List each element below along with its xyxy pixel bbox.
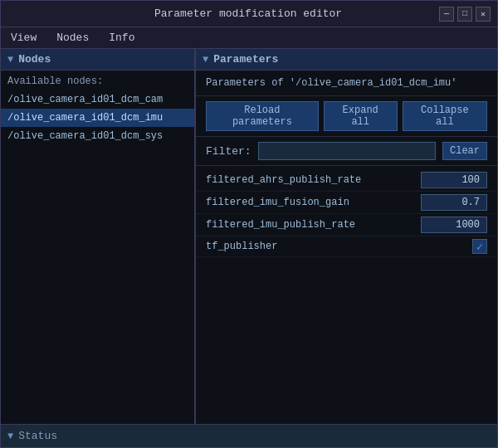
menu-info[interactable]: Info xyxy=(102,30,141,46)
param-value-fusion[interactable]: 0.7 xyxy=(421,194,487,211)
params-arrow-icon: ▼ xyxy=(203,54,208,66)
close-button[interactable]: ✕ xyxy=(476,7,491,22)
node-item-cam[interactable]: /olive_camera_id01_dcm_cam xyxy=(1,90,194,109)
nodes-arrow-icon: ▼ xyxy=(7,54,13,66)
maximize-button[interactable]: □ xyxy=(457,7,472,22)
main-content: ▼ Nodes Available nodes: /olive_camera_i… xyxy=(1,49,497,424)
param-checkbox-tf-publisher[interactable]: ✓ xyxy=(472,239,487,254)
table-row: filtered_ahrs_publish_rate 100 xyxy=(196,169,497,192)
nodes-panel-title: Nodes xyxy=(18,53,51,66)
filter-label: Filter: xyxy=(206,145,251,158)
right-panel: ▼ Parameters Parameters of '/olive_camer… xyxy=(196,49,497,424)
node-list: /olive_camera_id01_dcm_cam /olive_camera… xyxy=(1,90,194,424)
param-value-ahrs[interactable]: 100 xyxy=(421,172,487,188)
table-row: filtered_imu_fusion_gain 0.7 xyxy=(196,192,497,214)
title-bar: Parameter modification editor — □ ✕ xyxy=(1,1,497,27)
menu-nodes[interactable]: Nodes xyxy=(50,30,95,46)
expand-all-button[interactable]: Expand all xyxy=(324,101,398,131)
params-info-label: Parameters of '/olive_camera_id01_dcm_im… xyxy=(196,71,497,96)
clear-filter-button[interactable]: Clear xyxy=(442,142,487,160)
status-bar: ▼ Status xyxy=(1,424,497,447)
window-controls: — □ ✕ xyxy=(439,7,491,22)
left-panel: ▼ Nodes Available nodes: /olive_camera_i… xyxy=(1,49,196,424)
param-name-ahrs: filtered_ahrs_publish_rate xyxy=(206,174,421,186)
filter-row: Filter: Clear xyxy=(196,137,497,166)
params-actions: Reload parameters Expand all Collapse al… xyxy=(196,96,497,137)
params-panel-header: ▼ Parameters xyxy=(196,49,497,71)
collapse-all-button[interactable]: Collapse all xyxy=(403,101,487,131)
available-nodes-label: Available nodes: xyxy=(1,71,194,90)
reload-parameters-button[interactable]: Reload parameters xyxy=(206,101,319,131)
params-table: filtered_ahrs_publish_rate 100 filtered_… xyxy=(196,166,497,424)
nodes-panel-header: ▼ Nodes xyxy=(1,49,194,71)
minimize-button[interactable]: — xyxy=(439,7,454,22)
filter-input[interactable] xyxy=(258,142,436,160)
param-name-fusion: filtered_imu_fusion_gain xyxy=(206,197,421,208)
param-name-imu-publish: filtered_imu_publish_rate xyxy=(206,219,421,231)
param-name-tf-publisher: tf_publisher xyxy=(206,241,472,252)
table-row: filtered_imu_publish_rate 1000 xyxy=(196,214,497,236)
main-window: Parameter modification editor — □ ✕ View… xyxy=(0,0,498,448)
node-item-imu[interactable]: /olive_camera_id01_dcm_imu xyxy=(1,109,194,127)
params-panel-title: Parameters xyxy=(213,53,278,66)
table-row: tf_publisher ✓ xyxy=(196,236,497,257)
node-item-sys[interactable]: /olive_camera_id01_dcm_sys xyxy=(1,127,194,145)
status-label: Status xyxy=(18,430,57,442)
window-title: Parameter modification editor xyxy=(57,7,439,20)
param-value-imu-publish[interactable]: 1000 xyxy=(421,217,487,233)
menu-bar: View Nodes Info xyxy=(1,27,497,49)
menu-view[interactable]: View xyxy=(4,30,43,46)
status-arrow-icon: ▼ xyxy=(7,431,13,442)
